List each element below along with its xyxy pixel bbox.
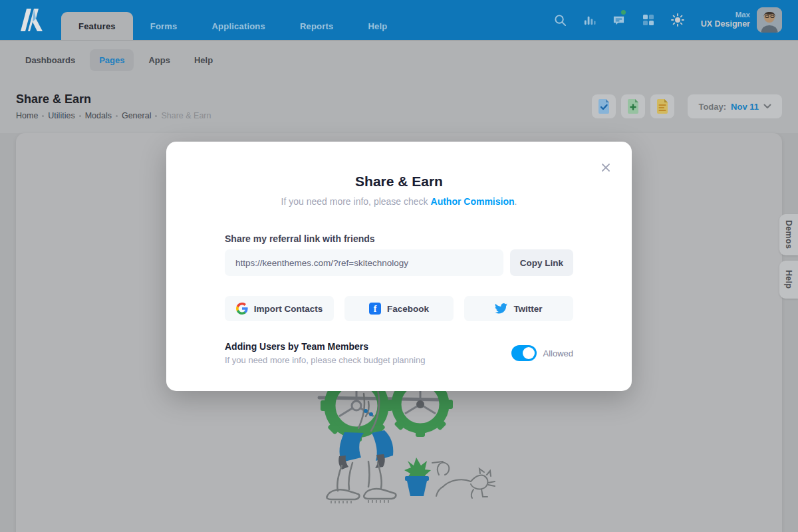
breadcrumb-utilities[interactable]: Utilities (48, 111, 80, 120)
navbar-tab-help[interactable]: Help (350, 12, 404, 40)
notification-dot (621, 10, 626, 15)
toggle-subtitle: If you need more info, please check budg… (225, 355, 425, 365)
chat-button[interactable] (608, 9, 630, 31)
navbar-tab-applications[interactable]: Applications (195, 12, 283, 40)
apps-grid-icon (642, 14, 654, 26)
user-role: UX Designer (701, 19, 750, 30)
copy-link-button[interactable]: Copy Link (510, 249, 573, 276)
file-check-icon (597, 99, 610, 114)
modal-title: Share & Earn (225, 174, 573, 190)
user-meta: Max UX Designer (701, 10, 750, 30)
demos-tab-label: Demos (784, 220, 793, 249)
facebook-button[interactable]: f Facebook (344, 296, 454, 321)
import-contacts-label: Import Contacts (254, 304, 323, 314)
file-lines-icon (656, 99, 669, 114)
help-tab-label: Help (784, 270, 793, 289)
navbar-tab-label: Features (78, 21, 116, 31)
user-avatar[interactable] (757, 7, 782, 33)
today-label: Today: (698, 102, 726, 112)
search-icon (554, 14, 567, 27)
demos-drawer-tab[interactable]: Demos (779, 214, 798, 255)
date-selector[interactable]: Today: Nov 11 (688, 94, 782, 118)
facebook-label: Facebook (387, 304, 429, 314)
referral-link-row: Copy Link (225, 249, 573, 276)
search-button[interactable] (549, 9, 572, 31)
allowed-toggle[interactable] (511, 345, 537, 361)
apps-button[interactable] (637, 9, 660, 31)
referral-link-input[interactable] (225, 249, 503, 276)
user-name: Max (701, 10, 750, 19)
subnav-item-pages[interactable]: Pages (90, 49, 134, 71)
cat-sketch (436, 463, 495, 498)
social-buttons-row: Import Contacts f Facebook Twitter (225, 296, 573, 321)
breadcrumb-general[interactable]: General (122, 111, 157, 120)
side-drawer-tabs: Demos Help (779, 214, 798, 299)
page-header: Share & Earn Home Utilities Modals Gener… (0, 80, 798, 133)
navbar-tab-label: Applications (212, 21, 265, 31)
file-check-button[interactable] (592, 94, 616, 118)
theme-button[interactable] (666, 9, 689, 31)
twitter-icon (495, 303, 507, 314)
close-icon (601, 163, 610, 172)
file-plus-icon (626, 99, 640, 114)
twitter-label: Twitter (513, 304, 542, 314)
navbar-tab-reports[interactable]: Reports (283, 12, 351, 40)
navbar-tab-label: Forms (150, 21, 178, 31)
referral-link-label: Share my referral link with friends (225, 233, 573, 244)
breadcrumb: Home Utilities Modals General Share & Ea… (16, 111, 211, 120)
navbar-tab-features[interactable]: Features (61, 12, 133, 40)
subnav-item-help[interactable]: Help (185, 49, 222, 71)
secondary-nav: Dashboards Pages Apps Help (0, 40, 798, 80)
keen-logo-icon (19, 9, 44, 31)
team-members-toggle-row: Adding Users by Team Members If you need… (225, 341, 573, 365)
toggle-state-label: Allowed (543, 348, 573, 358)
avatar-photo (757, 7, 782, 33)
toggle-knob (523, 347, 535, 359)
help-drawer-tab[interactable]: Help (779, 261, 798, 299)
file-add-button[interactable] (621, 94, 645, 118)
breadcrumb-modals[interactable]: Modals (85, 111, 118, 120)
author-commission-link[interactable]: Author Commision (431, 196, 515, 207)
navbar-tab-label: Reports (300, 21, 334, 31)
navbar-tab-forms[interactable]: Forms (133, 12, 195, 40)
chat-icon (612, 14, 625, 27)
modal-subtitle: If you need more info, please check Auth… (225, 196, 573, 207)
sun-icon (671, 13, 684, 27)
plant-sketch (404, 458, 443, 496)
breadcrumb-current: Share & Earn (161, 111, 211, 120)
file-report-button[interactable] (650, 94, 674, 118)
toggle-title: Adding Users by Team Members (225, 341, 425, 352)
breadcrumb-home[interactable]: Home (16, 111, 44, 120)
app-logo[interactable] (19, 8, 45, 32)
twitter-button[interactable]: Twitter (464, 296, 573, 321)
facebook-icon: f (369, 303, 381, 315)
import-contacts-button[interactable]: Import Contacts (225, 296, 334, 321)
modal-subtitle-period: . (515, 196, 517, 207)
modal-close-button[interactable] (598, 160, 613, 175)
subnav-item-dashboards[interactable]: Dashboards (16, 49, 84, 71)
navbar-tab-label: Help (368, 21, 387, 31)
bar-chart-icon (583, 14, 596, 27)
page-title: Share & Earn (16, 92, 211, 106)
chevron-down-icon (763, 104, 771, 109)
today-value: Nov 11 (731, 102, 759, 112)
navbar-tabs: Features Forms Applications Reports Help (61, 0, 404, 40)
top-navbar: Features Forms Applications Reports Help (0, 0, 798, 40)
share-earn-modal: Share & Earn If you need more info, plea… (166, 142, 632, 391)
modal-subtitle-text: If you need more info, please check (281, 196, 431, 207)
subnav-item-apps[interactable]: Apps (139, 49, 180, 71)
navbar-right: Max UX Designer (549, 7, 798, 33)
stats-button[interactable] (579, 9, 601, 31)
google-icon (236, 303, 248, 315)
